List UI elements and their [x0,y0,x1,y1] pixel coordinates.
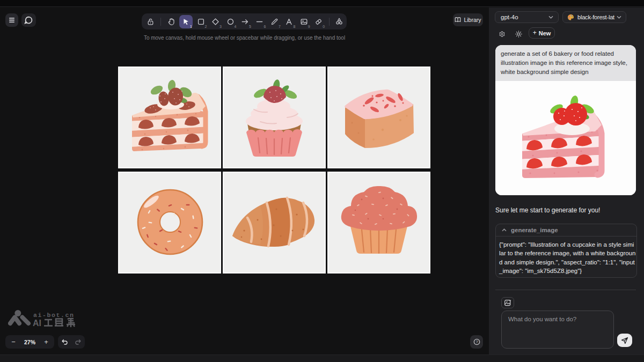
svg-text:?: ? [475,339,478,344]
svg-text:ai-bot.cn: ai-bot.cn [33,312,75,319]
svg-text:AI: AI [33,319,41,328]
